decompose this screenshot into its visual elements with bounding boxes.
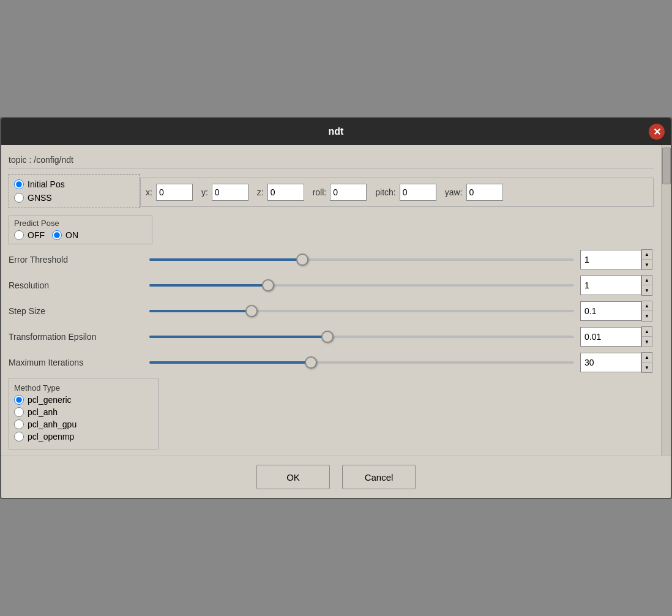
method-type-section: Method Type pcl_genericpcl_anhpcl_anh_gp… bbox=[9, 378, 159, 449]
x-label: x: bbox=[146, 187, 152, 197]
slider-thumb-3[interactable] bbox=[321, 331, 334, 343]
predict-on-label[interactable]: ON bbox=[65, 230, 78, 240]
spin-up-2[interactable]: ▲ bbox=[642, 301, 652, 311]
slider-thumb-2[interactable] bbox=[245, 305, 258, 317]
dialog-main: topic : /config/ndt Initial Pos GNSS bbox=[1, 145, 661, 456]
slider-thumb-1[interactable] bbox=[262, 279, 274, 291]
spin-btn-group-0: ▲▼ bbox=[641, 249, 652, 270]
z-label: z: bbox=[257, 187, 264, 197]
spin-down-2[interactable]: ▼ bbox=[642, 311, 652, 321]
method-label-1[interactable]: pcl_anh bbox=[28, 407, 58, 417]
predict-on-radio[interactable] bbox=[52, 230, 62, 240]
gnss-radio[interactable] bbox=[14, 193, 24, 203]
slider-value-box-2: ▲▼ bbox=[580, 301, 654, 321]
spin-up-3[interactable]: ▲ bbox=[642, 327, 652, 337]
slider-fill-4 bbox=[149, 361, 311, 364]
slider-track-3[interactable] bbox=[149, 336, 574, 338]
initial-pos-label[interactable]: Initial Pos bbox=[28, 179, 65, 189]
yaw-label: yaw: bbox=[445, 187, 463, 197]
slider-fill-2 bbox=[149, 310, 252, 312]
slider-value-input-1[interactable] bbox=[580, 276, 641, 295]
slider-label-1: Resolution bbox=[9, 280, 143, 290]
pitch-label: pitch: bbox=[375, 187, 395, 197]
slider-row-2: Step Size▲▼ bbox=[9, 301, 654, 321]
slider-row-0: Error Threshold▲▼ bbox=[9, 249, 654, 270]
footer: OK Cancel bbox=[1, 456, 671, 498]
method-option-1[interactable]: pcl_anh bbox=[14, 407, 153, 417]
spin-up-4[interactable]: ▲ bbox=[642, 353, 652, 362]
spin-down-3[interactable]: ▼ bbox=[642, 337, 652, 347]
spin-btn-group-2: ▲▼ bbox=[641, 301, 652, 321]
ok-button[interactable]: OK bbox=[256, 465, 330, 489]
y-input[interactable] bbox=[212, 184, 248, 201]
dialog: ndt ✕ topic : /config/ndt Initial Pos GN… bbox=[0, 117, 672, 499]
method-radio-3[interactable] bbox=[14, 432, 24, 441]
topic-label: topic : /config/ndt bbox=[9, 151, 654, 169]
slider-track-0[interactable] bbox=[149, 258, 574, 261]
method-label-0[interactable]: pcl_generic bbox=[28, 395, 72, 405]
initial-pos-section: Initial Pos GNSS bbox=[9, 174, 140, 208]
slider-label-4: Maximum Iterations bbox=[9, 358, 143, 367]
close-button[interactable]: ✕ bbox=[649, 124, 665, 140]
spin-btn-group-3: ▲▼ bbox=[641, 326, 652, 347]
z-input[interactable] bbox=[267, 184, 304, 201]
slider-track-1[interactable] bbox=[149, 284, 574, 287]
slider-value-box-1: ▲▼ bbox=[580, 275, 654, 296]
predict-off-row[interactable]: OFF bbox=[14, 230, 45, 240]
slider-track-4[interactable] bbox=[149, 361, 574, 364]
method-type-title: Method Type bbox=[14, 383, 153, 393]
predict-pose-title: Predict Pose bbox=[14, 219, 147, 228]
slider-label-2: Step Size bbox=[9, 306, 143, 316]
pitch-input[interactable] bbox=[400, 184, 436, 201]
method-label-2[interactable]: pcl_anh_gpu bbox=[28, 419, 77, 429]
x-input[interactable] bbox=[156, 184, 193, 201]
method-radio-0[interactable] bbox=[14, 395, 24, 405]
title-bar: ndt ✕ bbox=[1, 118, 671, 145]
slider-value-input-3[interactable] bbox=[580, 327, 641, 347]
slider-section: Error Threshold▲▼Resolution▲▼Step Size▲▼… bbox=[9, 249, 654, 373]
yaw-input[interactable] bbox=[466, 184, 503, 201]
slider-label-3: Transformation Epsilon bbox=[9, 332, 143, 342]
gnss-label[interactable]: GNSS bbox=[28, 193, 52, 203]
pos-inputs-row: x: y: z: roll: pitch: yaw: bbox=[140, 178, 654, 207]
slider-value-input-4[interactable] bbox=[580, 353, 641, 372]
slider-fill-1 bbox=[149, 284, 268, 287]
slider-label-0: Error Threshold bbox=[9, 255, 143, 265]
slider-fill-0 bbox=[149, 258, 302, 261]
slider-track-2[interactable] bbox=[149, 310, 574, 312]
spin-btn-group-4: ▲▼ bbox=[641, 352, 652, 373]
method-radio-1[interactable] bbox=[14, 407, 24, 417]
method-option-0[interactable]: pcl_generic bbox=[14, 395, 153, 405]
initial-pos-radio[interactable] bbox=[14, 179, 24, 189]
method-option-2[interactable]: pcl_anh_gpu bbox=[14, 419, 153, 429]
slider-value-input-0[interactable] bbox=[580, 250, 641, 269]
spin-up-0[interactable]: ▲ bbox=[642, 250, 652, 260]
predict-pose-section: Predict Pose OFF ON bbox=[9, 216, 152, 244]
method-radio-2[interactable] bbox=[14, 419, 24, 429]
scrollbar-thumb[interactable] bbox=[662, 148, 671, 184]
slider-value-box-4: ▲▼ bbox=[580, 352, 654, 373]
spin-down-4[interactable]: ▼ bbox=[642, 362, 652, 372]
spin-down-1[interactable]: ▼ bbox=[642, 285, 652, 295]
slider-row-4: Maximum Iterations▲▼ bbox=[9, 352, 654, 373]
slider-value-box-3: ▲▼ bbox=[580, 326, 654, 347]
roll-label: roll: bbox=[313, 187, 327, 197]
cancel-button[interactable]: Cancel bbox=[342, 465, 416, 489]
y-label: y: bbox=[201, 187, 208, 197]
slider-value-input-2[interactable] bbox=[580, 301, 641, 321]
spin-up-1[interactable]: ▲ bbox=[642, 276, 652, 285]
initial-pos-radio-row[interactable]: Initial Pos bbox=[14, 179, 135, 189]
predict-on-row[interactable]: ON bbox=[52, 230, 78, 240]
method-option-3[interactable]: pcl_openmp bbox=[14, 432, 153, 441]
predict-off-radio[interactable] bbox=[14, 230, 24, 240]
dialog-title: ndt bbox=[329, 126, 344, 137]
spin-btn-group-1: ▲▼ bbox=[641, 275, 652, 296]
method-label-3[interactable]: pcl_openmp bbox=[28, 432, 74, 441]
slider-thumb-0[interactable] bbox=[296, 254, 308, 266]
roll-input[interactable] bbox=[330, 184, 367, 201]
scrollbar[interactable] bbox=[661, 145, 671, 456]
slider-thumb-4[interactable] bbox=[305, 356, 317, 369]
gnss-radio-row[interactable]: GNSS bbox=[14, 193, 135, 203]
predict-off-label[interactable]: OFF bbox=[28, 230, 45, 240]
spin-down-0[interactable]: ▼ bbox=[642, 260, 652, 269]
